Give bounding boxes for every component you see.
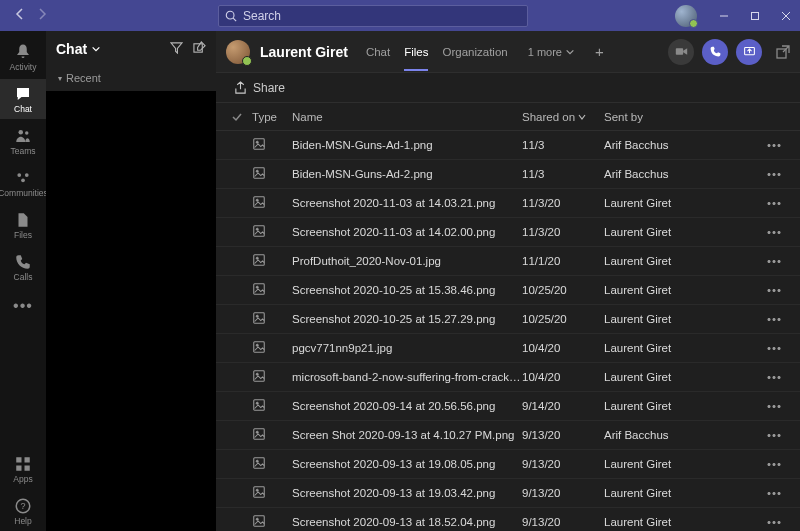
svg-rect-7 [16,457,21,462]
row-more-button[interactable]: ••• [724,139,794,151]
file-date: 9/13/20 [522,487,604,499]
image-file-icon [252,456,266,470]
tab-organization[interactable]: Organization [442,33,507,71]
table-row[interactable]: Screen Shot 2020-09-13 at 4.10.27 PM.png… [216,421,800,450]
rail-teams[interactable]: Teams [0,121,46,161]
person-avatar[interactable] [226,40,250,64]
search-box[interactable]: Search [218,5,528,27]
rail-communities[interactable]: Communities [0,163,46,203]
row-more-button[interactable]: ••• [724,400,794,412]
table-row[interactable]: Screenshot 2020-11-03 at 14.03.21.png11/… [216,189,800,218]
row-more-button[interactable]: ••• [724,313,794,325]
rail-activity[interactable]: Activity [0,37,46,77]
column-shared-on-label: Shared on [522,111,575,123]
file-date: 11/3/20 [522,197,604,209]
screen-share-button[interactable] [736,39,762,65]
file-sent-by: Laurent Giret [604,458,724,470]
file-sent-by: Laurent Giret [604,284,724,296]
table-row[interactable]: microsoft-band-2-now-suffering-from-crac… [216,363,800,392]
select-all-checkbox[interactable] [222,111,252,123]
conversation-tabs: Chat Files Organization [366,33,508,71]
svg-rect-31 [254,342,265,353]
table-row[interactable]: Screenshot 2020-10-25 at 15.27.29.png10/… [216,305,800,334]
image-file-icon [252,253,266,267]
search-placeholder: Search [243,9,281,23]
close-button[interactable] [772,2,800,30]
add-tab-button[interactable]: + [595,43,604,60]
chevron-down-icon[interactable] [91,44,101,54]
rail-help[interactable]: ? Help [0,491,46,531]
row-more-button[interactable]: ••• [724,429,794,441]
row-more-button[interactable]: ••• [724,458,794,470]
table-row[interactable]: pgcv771nn9p21.jpg10/4/20Laurent Giret••• [216,334,800,363]
person-name: Laurent Giret [260,44,348,60]
row-more-button[interactable]: ••• [724,255,794,267]
file-sent-by: Laurent Giret [604,197,724,209]
file-date: 11/3/20 [522,226,604,238]
row-more-button[interactable]: ••• [724,371,794,383]
new-chat-button[interactable] [193,41,206,57]
chat-panel-header: Chat [46,31,216,66]
svg-text:?: ? [20,501,25,511]
file-name: Screenshot 2020-09-13 at 19.03.42.png [292,487,522,499]
svg-rect-8 [25,457,30,462]
rail-more[interactable]: ••• [13,289,33,323]
column-sent-by[interactable]: Sent by [604,111,724,123]
row-more-button[interactable]: ••• [724,342,794,354]
rail-calls[interactable]: Calls [0,247,46,287]
row-more-button[interactable]: ••• [724,487,794,499]
minimize-button[interactable] [710,2,738,30]
column-shared-on[interactable]: Shared on [522,111,604,123]
forward-button[interactable] [36,8,48,23]
table-row[interactable]: Biden-MSN-Guns-Ad-1.png11/3Arif Bacchus•… [216,131,800,160]
file-sent-by: Laurent Giret [604,516,724,528]
more-tabs-dropdown[interactable]: 1 more [528,46,575,58]
tab-chat[interactable]: Chat [366,33,390,71]
file-date: 11/1/20 [522,255,604,267]
table-row[interactable]: Screenshot 2020-09-13 at 18.52.04.png9/1… [216,508,800,531]
maximize-button[interactable] [741,2,769,30]
row-more-button[interactable]: ••• [724,284,794,296]
rail-apps[interactable]: Apps [0,449,46,489]
row-more-button[interactable]: ••• [724,226,794,238]
video-call-button[interactable] [668,39,694,65]
svg-point-34 [256,373,258,375]
profile-avatar[interactable] [675,5,697,27]
conversation-header: Laurent Giret Chat Files Organization 1 … [216,31,800,73]
column-name[interactable]: Name [292,111,522,123]
column-type[interactable]: Type [252,111,292,123]
file-name: microsoft-band-2-now-suffering-from-crac… [292,371,522,383]
file-sent-by: Laurent Giret [604,255,724,267]
audio-call-button[interactable] [702,39,728,65]
file-sent-by: Laurent Giret [604,226,724,238]
rail-label: Chat [14,104,32,114]
table-row[interactable]: Screenshot 2020-09-13 at 19.08.05.png9/1… [216,450,800,479]
table-row[interactable]: Screenshot 2020-11-03 at 14.02.00.png11/… [216,218,800,247]
rail-files[interactable]: Files [0,205,46,245]
table-row[interactable]: Screenshot 2020-09-13 at 19.03.42.png9/1… [216,479,800,508]
table-row[interactable]: Biden-MSN-Guns-Ad-2.png11/3Arif Bacchus•… [216,160,800,189]
svg-rect-25 [254,255,265,266]
table-row[interactable]: Screenshot 2020-10-25 at 15.38.46.png10/… [216,276,800,305]
file-name: Screenshot 2020-11-03 at 14.02.00.png [292,226,522,238]
row-more-button[interactable]: ••• [724,168,794,180]
file-name: ProfDuthoit_2020-Nov-01.jpg [292,255,522,267]
more-tabs-label: 1 more [528,46,562,58]
file-sent-by: Laurent Giret [604,400,724,412]
tab-files[interactable]: Files [404,33,428,71]
popout-button[interactable] [776,45,790,59]
rail-chat[interactable]: Chat [0,79,46,119]
svg-point-30 [256,315,258,317]
chat-panel-title[interactable]: Chat [56,41,87,57]
table-row[interactable]: ProfDuthoit_2020-Nov-01.jpg11/1/20Lauren… [216,247,800,276]
table-row[interactable]: Screenshot 2020-09-14 at 20.56.56.png9/1… [216,392,800,421]
share-button[interactable]: Share [234,81,285,95]
recent-section[interactable]: Recent [46,66,216,90]
filter-button[interactable] [170,41,183,57]
svg-point-18 [256,141,258,143]
file-name: Screenshot 2020-09-13 at 18.52.04.png [292,516,522,528]
row-more-button[interactable]: ••• [724,516,794,528]
row-more-button[interactable]: ••• [724,197,794,209]
svg-point-24 [256,228,258,230]
back-button[interactable] [14,8,26,23]
